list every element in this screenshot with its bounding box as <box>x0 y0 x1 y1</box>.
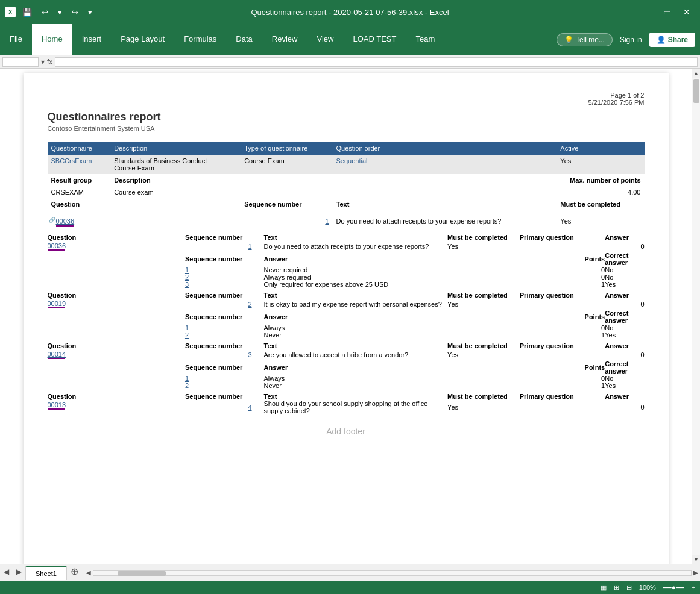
title-bar-right: – ▭ ✕ <box>642 6 695 18</box>
q1-seq: 1 <box>241 215 332 229</box>
q-description-line1: Standards of Business Conduct <box>114 157 237 164</box>
result-group-label: Result group <box>48 174 111 186</box>
scroll-up-arrow[interactable]: ▲ <box>692 69 700 78</box>
q3-full-header: Question Sequence number Text Must be co… <box>48 342 645 349</box>
q1-full-header: Question Sequence number Text Must be co… <box>48 234 645 241</box>
status-bar: ▦ ⊞ ⊟ 100% ━━●━━ + <box>0 581 700 594</box>
q1-ans-1: 1 Never required 0 No <box>48 266 645 274</box>
tab-team[interactable]: Team <box>406 24 444 55</box>
text-label-1: Text <box>333 198 557 210</box>
question-1-sub-header <box>48 210 645 215</box>
prev-sheet-btn[interactable]: ◀ <box>0 567 13 578</box>
q4-id-link[interactable]: 00013 <box>48 401 66 408</box>
q-description-line2: Course Exam <box>114 164 237 172</box>
q-order-link[interactable]: Sequential <box>336 157 368 164</box>
vertical-scrollbar[interactable]: ▲ ▼ <box>692 69 700 564</box>
function-icon: fx <box>47 58 52 66</box>
zoom-slider[interactable]: ━━●━━ <box>663 584 684 592</box>
tab-home[interactable]: Home <box>32 24 72 55</box>
scroll-thumb[interactable] <box>693 79 699 103</box>
tab-view[interactable]: View <box>307 24 343 55</box>
redo-button[interactable]: ↪ <box>69 7 81 18</box>
formula-expand-icon: ▾ <box>41 58 45 66</box>
q2-id-link[interactable]: 00019 <box>48 300 66 307</box>
sheet-tabs-row: ◀ ▶ Sheet1 ⊕ ◀ ▶ <box>0 564 700 581</box>
q4-data: 00013 4 Should you do your school supply… <box>48 400 645 414</box>
hscroll-right[interactable]: ▶ <box>692 569 700 576</box>
result-group-header-row: Result group Description Max. number of … <box>48 174 645 186</box>
cell-reference-box[interactable] <box>2 57 39 67</box>
scroll-track[interactable] <box>692 78 700 555</box>
col-order: Question order <box>333 142 557 155</box>
share-icon: 👤 <box>657 36 666 44</box>
report-title: Questionnaires report <box>48 111 645 123</box>
q4-full-header: Question Sequence number Text Must be co… <box>48 393 645 400</box>
col-active: Active <box>557 142 644 155</box>
sheet-scroll[interactable]: Page 1 of 2 5/21/2020 7:56 PM Questionna… <box>0 69 692 564</box>
q1-purple-line <box>56 225 74 227</box>
questionnaire-row: SBCCrsExam Standards of Business Conduct… <box>48 155 645 174</box>
tab-page-layout[interactable]: Page Layout <box>111 24 174 55</box>
max-points-value: 4.00 <box>241 186 644 198</box>
hscroll-left[interactable]: ◀ <box>84 569 93 576</box>
tab-data[interactable]: Data <box>226 24 262 55</box>
sheet-tab-sheet1[interactable]: Sheet1 <box>25 566 67 580</box>
tab-file[interactable]: File <box>0 24 32 55</box>
undo-button[interactable]: ↩ <box>39 7 51 18</box>
tab-formulas[interactable]: Formulas <box>174 24 226 55</box>
scroll-down-arrow[interactable]: ▼ <box>692 555 700 564</box>
hscroll-track[interactable] <box>93 570 692 576</box>
print-datetime: 5/21/2020 7:56 PM <box>48 99 645 106</box>
tell-me-box[interactable]: 💡 Tell me... <box>557 33 613 46</box>
q1-id-link[interactable]: 00036 <box>48 242 66 249</box>
view-normal-icon[interactable]: ▦ <box>601 584 607 592</box>
col-type: Type of questionnaire <box>241 142 332 155</box>
must-label-1: Must be completed <box>557 198 644 210</box>
zoom-in[interactable]: + <box>692 584 695 591</box>
tab-insert[interactable]: Insert <box>72 24 112 55</box>
result-group-id: CRSEXAM <box>48 186 111 198</box>
question-1-row: 🔗 00036 1 Do you need to attach receipts… <box>48 215 645 229</box>
add-sheet-button[interactable]: ⊕ <box>67 566 82 580</box>
q2-full-header: Question Sequence number Text Must be co… <box>48 292 645 299</box>
q1-text: Do you need to attach receipts to your e… <box>333 215 557 229</box>
lightbulb-icon: 💡 <box>564 36 573 44</box>
q-id: SBCCrsExam <box>48 155 111 174</box>
q1-id[interactable]: 00036 <box>56 217 75 225</box>
spreadsheet-container: Page 1 of 2 5/21/2020 7:56 PM Questionna… <box>0 69 700 564</box>
result-group-desc: Course exam <box>110 186 241 198</box>
report-subtitle: Contoso Entertainment System USA <box>48 125 645 132</box>
q3-id-link[interactable]: 00014 <box>48 351 66 358</box>
view-layout-icon[interactable]: ⊞ <box>614 584 619 592</box>
ribbon-right: 💡 Tell me... Sign in 👤 Share <box>557 24 700 55</box>
q1-extra-headers <box>48 229 645 234</box>
next-sheet-btn[interactable]: ▶ <box>13 567 25 578</box>
main-table: Questionnaire Description Type of questi… <box>48 142 645 234</box>
q-order: Sequential <box>333 155 557 174</box>
view-break-icon[interactable]: ⊟ <box>626 584 632 592</box>
undo-dropdown[interactable]: ▾ <box>55 7 65 18</box>
questionnaire-id-link[interactable]: SBCCrsExam <box>51 157 92 164</box>
page-info: Page 1 of 2 5/21/2020 7:56 PM <box>48 92 645 106</box>
tab-review[interactable]: Review <box>262 24 307 55</box>
q3-ans-header: Sequence number Answer Points Correct an… <box>48 360 645 375</box>
tab-load-test[interactable]: LOAD TEST <box>343 24 406 55</box>
q3-data: 00014 3 Are you allowed to accept a brib… <box>48 349 645 360</box>
save-button[interactable]: 💾 <box>19 7 35 18</box>
q1-data: 00036 1 Do you need to attach receipts t… <box>48 241 645 252</box>
sign-in-button[interactable]: Sign in <box>615 33 647 46</box>
q1-must: Yes <box>557 215 644 229</box>
minimize-button[interactable]: – <box>642 6 656 18</box>
zoom-level: 100% <box>639 584 656 591</box>
restore-button[interactable]: ▭ <box>658 6 676 18</box>
q3-ans-1: 1 Always 0 No <box>48 375 645 382</box>
add-footer[interactable]: Add footer <box>48 414 645 442</box>
close-button[interactable]: ✕ <box>678 6 695 18</box>
formula-input[interactable] <box>55 57 698 67</box>
table-header-row: Questionnaire Description Type of questi… <box>48 142 645 155</box>
q2-data: 00019 2 It is okay to pad my expense rep… <box>48 299 645 310</box>
redo-dropdown[interactable]: ▾ <box>85 7 95 18</box>
hscroll-thumb[interactable] <box>118 571 166 576</box>
excel-icon: X <box>5 7 16 17</box>
share-button[interactable]: 👤 Share <box>649 33 695 47</box>
